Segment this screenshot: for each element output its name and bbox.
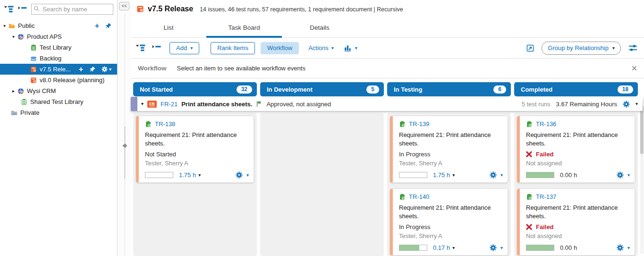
vertical-scrollbar [640, 100, 644, 254]
sidebar-item-v8-0-release[interactable]: v8.0 Release (planning) [0, 75, 117, 85]
sidebar-item-v7-5-release[interactable]: v7.5 Rele... + ▾ [0, 64, 117, 75]
card-status: In Progress [399, 223, 503, 230]
sidebar-item-test-library[interactable]: Test Library [0, 42, 117, 53]
scrollbar-thumb[interactable] [640, 106, 644, 154]
card-id-link[interactable]: TR-139 [409, 120, 429, 128]
pin-icon[interactable] [89, 66, 95, 72]
sidebar-item-product-aps[interactable]: ▾ Product APS [0, 31, 117, 42]
tab-task-board[interactable]: Task Board [206, 18, 282, 37]
caret-down-icon[interactable]: ▾ [627, 173, 630, 178]
tree-item-label: Backlog [40, 55, 61, 62]
gear-icon[interactable] [102, 66, 108, 72]
workflow-button[interactable]: Workflow [261, 42, 299, 54]
tree-item-label: v7.5 Rele... [40, 66, 71, 73]
task-board: Not Started 32 TR-138 Requirement 21: Pr… [131, 78, 644, 256]
expand-all-icon[interactable] [136, 44, 146, 51]
caret-down-icon[interactable]: ▾ [3, 24, 6, 28]
progress-fill [526, 172, 554, 178]
group-row-fr-21[interactable]: ▾ FR FR-21 Print attendance sheets. Appr… [131, 97, 643, 111]
card-assignee: Not assigned [526, 232, 630, 239]
task-card-tr-136[interactable]: TR-136 Requirement 21: Print attendance … [517, 116, 635, 183]
card-id-link[interactable]: TR-137 [536, 193, 556, 200]
task-card-tr-139[interactable]: TR-139 Requirement 21: Print attendance … [390, 116, 508, 183]
expand-view-icon[interactable] [526, 44, 534, 52]
caret-down-icon: ▾ [355, 46, 357, 51]
board-toolbar: Add ▾ Rank Items Workflow Actions ▾ ▾ Gr… [131, 38, 644, 59]
tree-item-label: v8.0 Release (planning) [40, 77, 104, 84]
sidebar-item-private[interactable]: Private [0, 107, 117, 118]
caret-down-icon[interactable]: ▾ [500, 173, 503, 178]
caret-down-icon[interactable]: ▾ [246, 173, 249, 178]
add-button[interactable]: Add ▾ [169, 42, 199, 54]
expand-all-icon[interactable] [4, 6, 14, 13]
tab-list[interactable]: List [131, 18, 206, 37]
collapse-all-icon[interactable] [152, 44, 162, 51]
flag-icon [256, 101, 263, 107]
card-status-failed: Failed [526, 151, 630, 158]
tab-details[interactable]: Details [282, 18, 357, 37]
card-id-link[interactable]: TR-140 [409, 193, 429, 200]
splitter-handle[interactable] [123, 144, 127, 148]
rank-items-button[interactable]: Rank Items [211, 42, 255, 54]
sidebar-item-backlog[interactable]: Backlog [0, 53, 117, 64]
column-body: TR-138 Requirement 21: Print attendance … [133, 113, 257, 256]
column-header: In Testing 6 [387, 82, 511, 96]
group-by-dropdown[interactable]: Group by Relationship ▾ [542, 42, 621, 55]
sidebar-item-shared-test-library[interactable]: Shared Test Library [0, 96, 117, 107]
sidebar-item-wysi-crm[interactable]: ▸ Wysi CRM [0, 85, 117, 96]
collapse-all-icon[interactable] [17, 6, 28, 13]
task-card-tr-137[interactable]: TR-137 Requirement 21: Print attendance … [517, 188, 635, 256]
task-card-tr-140[interactable]: TR-140 Requirement 21: Print attendance … [390, 188, 508, 256]
release-icon [30, 77, 37, 84]
gear-icon[interactable] [490, 171, 497, 179]
column-body [260, 113, 384, 256]
actions-dropdown[interactable]: Actions ▾ [308, 44, 334, 51]
card-id-link[interactable]: TR-136 [536, 120, 556, 128]
project-icon [17, 34, 24, 40]
caret-right-icon[interactable]: ▸ [12, 89, 15, 94]
hours-value: 0.00 h [560, 171, 577, 179]
search-icon [34, 6, 40, 12]
add-icon[interactable]: + [79, 66, 83, 73]
hours-dropdown[interactable]: 0.17 h ▾ [433, 244, 455, 251]
search-input[interactable] [31, 4, 113, 15]
gear-icon[interactable] [617, 244, 624, 251]
gear-icon[interactable] [623, 101, 630, 108]
progress-bar [399, 172, 427, 178]
sidebar-toolbar [0, 0, 117, 17]
gear-icon[interactable] [490, 244, 497, 251]
card-id-link[interactable]: TR-138 [155, 120, 175, 128]
caret-down-icon[interactable]: ▾ [636, 102, 638, 106]
sidebar-item-public[interactable]: ▾ Public + [0, 20, 117, 31]
hours-dropdown[interactable]: 1.75 h ▾ [433, 171, 455, 179]
caret-down-icon[interactable]: ▾ [627, 246, 630, 250]
hours-dropdown[interactable]: 1.75 h ▾ [179, 171, 201, 179]
sidebar-collapse-button[interactable]: << [119, 2, 129, 10]
gear-icon[interactable] [617, 171, 624, 179]
pin-icon[interactable] [105, 23, 111, 29]
workflow-banner-message: Select an item to see available workflow… [177, 65, 305, 72]
add-icon[interactable]: + [95, 22, 99, 30]
caret-down-icon[interactable]: ▾ [12, 34, 15, 39]
caret-down-icon[interactable]: ▾ [141, 102, 144, 106]
group-id-link[interactable]: FR-21 [161, 101, 178, 108]
column-title: Not Started [140, 86, 173, 93]
column-count-badge: 32 [237, 85, 252, 94]
test-run-icon [526, 194, 533, 200]
chart-dropdown[interactable]: ▾ [344, 44, 357, 51]
splitter-grab-line[interactable] [125, 127, 125, 179]
folder-private-icon [11, 110, 17, 116]
test-run-icon [526, 121, 533, 128]
shared-test-library-icon [21, 99, 27, 105]
gear-icon[interactable] [236, 171, 243, 179]
task-card-tr-138[interactable]: TR-138 Requirement 21: Print attendance … [136, 116, 254, 183]
caret-down-icon[interactable]: ▾ [500, 246, 503, 250]
backlog-icon [30, 55, 37, 62]
card-title: Requirement 21: Print attendance sheets. [399, 204, 503, 220]
column-count-badge: 18 [618, 85, 633, 94]
board-settings-icon[interactable] [628, 44, 637, 52]
caret-down-icon: ▾ [331, 46, 334, 51]
progress-bar [526, 172, 554, 178]
item-settings-dropdown[interactable]: ▾ [102, 66, 111, 72]
close-icon[interactable] [632, 66, 637, 71]
